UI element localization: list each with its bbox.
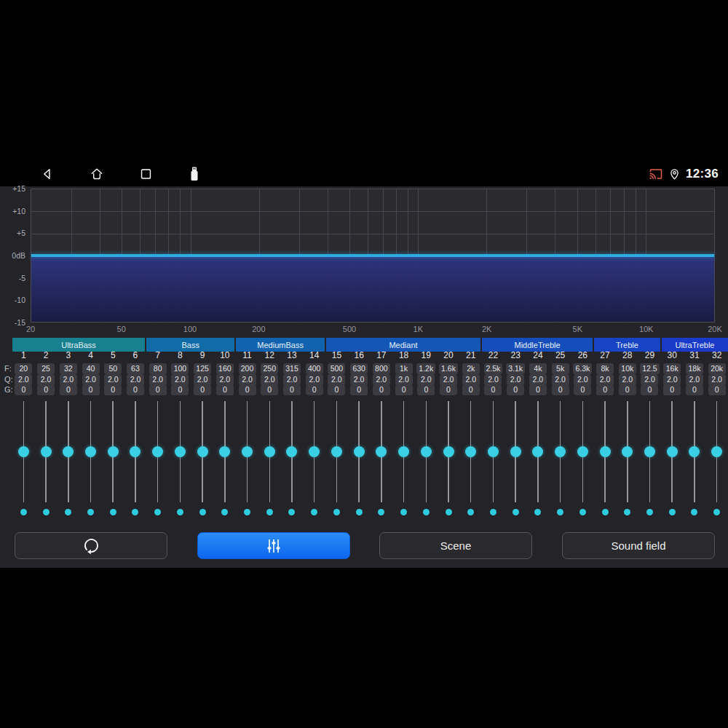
slider-knob[interactable] [152, 446, 163, 457]
q-value: 2.0 [686, 374, 703, 385]
eq-slider-31[interactable] [684, 401, 706, 502]
reset-button[interactable] [15, 532, 167, 559]
slider-knob[interactable] [689, 446, 700, 457]
eq-slider-7[interactable] [146, 401, 169, 502]
eq-slider-29[interactable] [638, 401, 661, 502]
slider-knob[interactable] [219, 446, 230, 457]
eq-curve-fill [31, 256, 714, 322]
q-row-cell: 2.0 [527, 374, 550, 385]
gain-row-cell: 0 [459, 384, 482, 395]
eq-slider-24[interactable] [527, 401, 550, 502]
slider-knob[interactable] [622, 446, 633, 457]
eq-slider-23[interactable] [505, 401, 527, 502]
slider-knob[interactable] [354, 446, 365, 457]
slider-knob[interactable] [443, 446, 454, 457]
slider-knob[interactable] [465, 446, 476, 457]
eq-slider-25[interactable] [549, 401, 571, 502]
x-axis-tick: 200 [244, 325, 273, 333]
slider-knob[interactable] [398, 446, 409, 457]
slider-knob[interactable] [175, 446, 186, 457]
eq-slider-13[interactable] [281, 401, 304, 502]
eq-slider-27[interactable] [594, 401, 617, 502]
gain-value: 0 [641, 384, 658, 395]
slider-knob[interactable] [711, 446, 722, 457]
channel-dot [110, 509, 116, 515]
eq-slider-17[interactable] [371, 401, 393, 502]
eq-slider-28[interactable] [616, 401, 638, 502]
slider-knob[interactable] [63, 446, 74, 457]
q-value: 2.0 [15, 374, 32, 385]
q-value: 2.0 [708, 374, 726, 385]
slider-knob[interactable] [331, 446, 342, 457]
channel-number: 9 [191, 350, 214, 360]
eq-slider-21[interactable] [459, 401, 482, 502]
slider-knob[interactable] [376, 446, 387, 457]
slider-knob[interactable] [85, 446, 96, 457]
eq-slider-19[interactable] [415, 401, 438, 502]
eq-slider-5[interactable] [102, 401, 124, 502]
dot-cell [415, 507, 438, 517]
scene-button[interactable]: Scene [379, 532, 532, 559]
slider-knob[interactable] [130, 446, 141, 457]
eq-slider-4[interactable] [79, 401, 102, 502]
eq-slider-2[interactable] [35, 401, 58, 502]
eq-slider-16[interactable] [348, 401, 371, 502]
eq-slider-30[interactable] [661, 401, 684, 502]
freq-row-cell: 500 [325, 363, 348, 374]
eq-slider-14[interactable] [303, 401, 325, 502]
eq-slider-8[interactable] [169, 401, 191, 502]
eq-slider-26[interactable] [571, 401, 594, 502]
eq-slider-6[interactable] [124, 401, 147, 502]
eq-slider-22[interactable] [482, 401, 505, 502]
eq-slider-10[interactable] [213, 401, 236, 502]
eq-slider-20[interactable] [438, 401, 460, 502]
freq-row-cell: 18k [684, 363, 706, 374]
freq-row-cell: 16k [661, 363, 684, 374]
channel-dot [490, 509, 496, 515]
q-row-cell: 2.0 [236, 374, 258, 385]
eq-slider-11[interactable] [236, 401, 258, 502]
slider-knob[interactable] [309, 446, 320, 457]
slider-knob[interactable] [197, 446, 208, 457]
back-button[interactable] [40, 167, 55, 181]
eq-slider-1[interactable] [12, 401, 35, 502]
eq-slider-32[interactable] [705, 401, 728, 502]
slider-knob[interactable] [488, 446, 499, 457]
eq-slider-15[interactable] [325, 401, 348, 502]
q-value: 2.0 [283, 374, 301, 385]
slider-knob[interactable] [108, 446, 119, 457]
channel-dot [691, 509, 697, 515]
eq-slider-12[interactable] [258, 401, 281, 502]
q-value: 2.0 [216, 374, 234, 385]
channel-number: 17 [371, 350, 393, 360]
slider-knob[interactable] [600, 446, 611, 457]
slider-knob[interactable] [577, 446, 588, 457]
slider-knob[interactable] [41, 446, 52, 457]
slider-knob[interactable] [532, 446, 543, 457]
home-button[interactable] [90, 167, 104, 182]
slider-knob[interactable] [667, 446, 678, 457]
gain-value: 0 [395, 384, 413, 395]
recents-button[interactable] [138, 167, 153, 181]
scene-button-label: Scene [440, 539, 472, 552]
freq-value: 1.2k [416, 363, 435, 374]
slider-knob[interactable] [264, 446, 275, 457]
slider-knob[interactable] [421, 446, 432, 457]
sound-field-button[interactable]: Sound field [562, 532, 715, 559]
slider-knob[interactable] [510, 446, 521, 457]
x-axis-tick: 20K [700, 325, 728, 333]
gain-row-cell: 0 [213, 384, 236, 395]
channel-dot [646, 509, 653, 515]
slider-knob[interactable] [18, 446, 29, 457]
slider-knob[interactable] [644, 446, 655, 457]
eq-slider-18[interactable] [392, 401, 415, 502]
freq-value: 2k [462, 363, 480, 374]
slider-knob[interactable] [286, 446, 297, 457]
eq-slider-3[interactable] [57, 401, 79, 502]
slider-knob[interactable] [555, 446, 566, 457]
eq-slider-9[interactable] [191, 401, 214, 502]
slider-row [12, 401, 728, 502]
slider-knob[interactable] [242, 446, 253, 457]
gain-value: 0 [283, 384, 301, 395]
equalizer-button[interactable] [197, 532, 350, 559]
